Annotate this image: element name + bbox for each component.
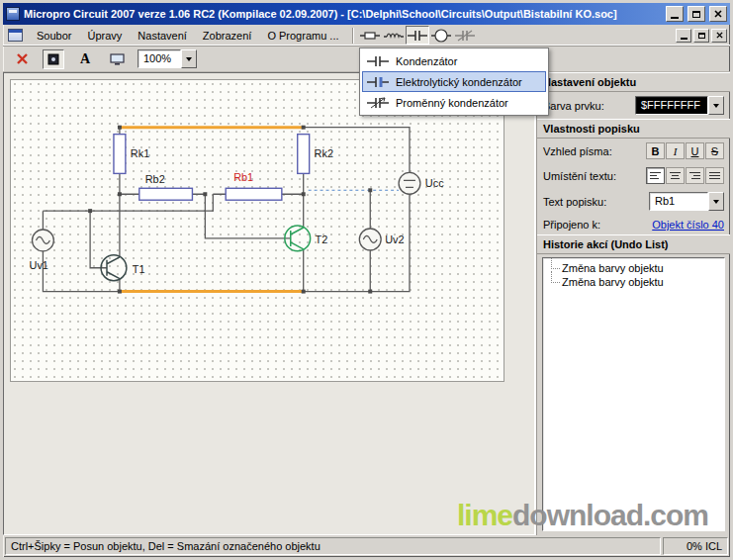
underline-button[interactable]: U — [686, 142, 704, 159]
label-text-value[interactable]: Rb1 — [649, 192, 708, 211]
minimize-icon — [671, 17, 679, 19]
variable-capacitor-tool-button[interactable] — [453, 26, 477, 45]
select-tool-icon — [47, 53, 59, 65]
minimize-button[interactable] — [666, 6, 684, 22]
resistor-rk2[interactable]: Rk2 — [298, 135, 333, 174]
restore-button[interactable] — [687, 6, 705, 22]
undo-history-list[interactable]: Změna barvy objektu Změna barvy objektu — [542, 257, 725, 531]
chevron-down-icon — [713, 104, 719, 111]
italic-button[interactable]: I — [666, 142, 685, 159]
close-button[interactable] — [709, 6, 727, 22]
label-rb1[interactable]: Rb1 — [233, 171, 253, 183]
chevron-down-icon — [186, 57, 192, 64]
label-uv2[interactable]: Uv2 — [385, 233, 404, 245]
menu-soubor[interactable]: Soubor — [29, 27, 79, 45]
source-tool-button[interactable] — [429, 26, 453, 45]
align-center-button[interactable] — [666, 167, 685, 184]
status-indicator: 0% ICL — [663, 537, 728, 555]
align-right-button[interactable] — [686, 167, 704, 184]
menu-item-promenny-kondenzator[interactable]: Proměnný kondenzátor — [362, 92, 546, 113]
menu-zobrazeni[interactable]: Zobrazení — [195, 27, 260, 45]
child-window-icon[interactable] — [8, 29, 23, 42]
chevron-down-icon — [713, 200, 719, 207]
menu-item-kondenzator[interactable]: Kondenzátor — [362, 50, 546, 71]
zoom-value-field[interactable]: 100% — [137, 49, 181, 68]
label-uv1[interactable]: Uv1 — [30, 259, 48, 271]
mdi-minimize-button[interactable] — [676, 29, 691, 43]
monitor-icon — [110, 53, 125, 65]
source-ucc[interactable]: Ucc — [399, 172, 444, 194]
app-window: Micropro Circuit 2007 verze 1.06 RC2 (Ko… — [0, 0, 733, 560]
status-hint: Ctrl+Šipky = Posun objektu, Del = Smazán… — [5, 537, 661, 555]
element-color-label: Barva prvku: — [543, 100, 631, 112]
zoom-combobox: 100% — [137, 49, 197, 68]
undo-list-item[interactable]: Změna barvy objektu — [545, 275, 722, 289]
resistor-tool-button[interactable] — [358, 26, 382, 45]
select-tool-button[interactable] — [43, 49, 64, 69]
resistor-rb2[interactable]: Rb2 — [139, 173, 193, 200]
capacitor-tool-button[interactable] — [406, 26, 429, 45]
menu-item-label: Elektrolytický kondenzátor — [396, 76, 522, 88]
label-t2[interactable]: T2 — [316, 233, 328, 245]
text-placement-label: Umístění textu: — [543, 170, 642, 182]
text-tool-button[interactable]: A — [74, 49, 96, 69]
menubar-separator — [352, 28, 353, 44]
label-ucc[interactable]: Ucc — [425, 177, 444, 189]
label-text-row: Text popisku: Rb1 — [537, 188, 730, 215]
label-text-dropdown-button[interactable] — [708, 192, 724, 211]
mdi-close-button[interactable] — [711, 29, 727, 43]
object-inspector-panel: Nastavení objektu Barva prvku: $FFFFFFFF… — [535, 72, 730, 535]
mdi-restore-button[interactable] — [693, 29, 709, 43]
resistor-rb1[interactable]: Rb1 — [226, 171, 282, 200]
strikethrough-button[interactable]: S — [705, 142, 724, 159]
label-t1[interactable]: T1 — [133, 263, 145, 275]
circuit-drawing: Rk1 Rk2 Rb2 Rb1 — [11, 80, 504, 381]
rb2-wire[interactable] — [120, 194, 291, 238]
resistor-icon — [360, 30, 380, 42]
resistor-rk1[interactable]: Rk1 — [114, 135, 149, 174]
mdi-window-controls — [676, 29, 727, 43]
connected-object-link[interactable]: Objekt číslo 40 — [652, 219, 724, 231]
label-text-combobox: Rb1 — [649, 192, 724, 211]
schematic-canvas[interactable]: Rk1 Rk2 Rb2 Rb1 — [10, 79, 504, 382]
element-color-combobox: $FFFFFFFF — [635, 96, 724, 115]
label-rk2[interactable]: Rk2 — [315, 147, 333, 159]
menu-item-elektrolyticky-kondenzator[interactable]: Elektrolytický kondenzátor — [362, 71, 546, 92]
element-color-value[interactable]: $FFFFFFFF — [635, 96, 708, 115]
transistor-t2[interactable]: T2 — [285, 226, 328, 251]
source-icon — [431, 29, 451, 43]
menu-o-programu[interactable]: O Programu ... — [259, 27, 346, 45]
status-bar: Ctrl+Šipky = Posun objektu, Del = Smazán… — [3, 535, 730, 557]
font-style-row: Vzhled písma: B I U S — [537, 139, 730, 163]
title-bar: Micropro Circuit 2007 verze 1.06 RC2 (Ko… — [3, 3, 730, 25]
inductor-tool-button[interactable] — [382, 26, 406, 45]
mdi-restore-icon — [698, 33, 705, 39]
electrolytic-capacitor-icon — [366, 76, 390, 88]
connected-to-label: Připojeno k: — [543, 219, 648, 231]
undo-list-item[interactable]: Změna barvy objektu — [545, 261, 722, 275]
menu-upravy[interactable]: Úpravy — [79, 27, 130, 45]
app-icon — [6, 7, 20, 21]
source-uv1[interactable]: Uv1 — [30, 230, 54, 271]
t1-base-wire[interactable] — [43, 194, 213, 268]
menu-nastaveni[interactable]: Nastavení — [130, 27, 195, 45]
capacitor-icon — [408, 30, 427, 42]
preview-button[interactable] — [106, 49, 128, 69]
main-area: Rk1 Rk2 Rb2 Rb1 — [3, 72, 730, 535]
label-rk1[interactable]: Rk1 — [131, 147, 149, 159]
zoom-dropdown-button[interactable] — [181, 49, 197, 68]
mdi-close-icon — [716, 32, 723, 39]
align-justify-button[interactable] — [705, 167, 724, 184]
align-right-icon — [689, 171, 700, 180]
bold-button[interactable]: B — [646, 142, 665, 159]
label-rb2[interactable]: Rb2 — [145, 173, 165, 185]
section-undo-history: Historie akcí (Undo List) — [537, 234, 730, 254]
capacitor-dropdown-menu: Kondenzátor Elektrolytický kondenzátor P… — [359, 47, 549, 116]
variable-capacitor-icon — [455, 30, 475, 42]
section-object-settings: Nastavení objektu — [537, 72, 730, 92]
source-uv2[interactable]: Uv2 — [359, 229, 404, 250]
element-color-dropdown-button[interactable] — [708, 96, 724, 115]
delete-object-button[interactable] — [11, 49, 33, 69]
align-left-button[interactable] — [646, 167, 665, 184]
transistor-t1[interactable]: T1 — [101, 255, 145, 281]
